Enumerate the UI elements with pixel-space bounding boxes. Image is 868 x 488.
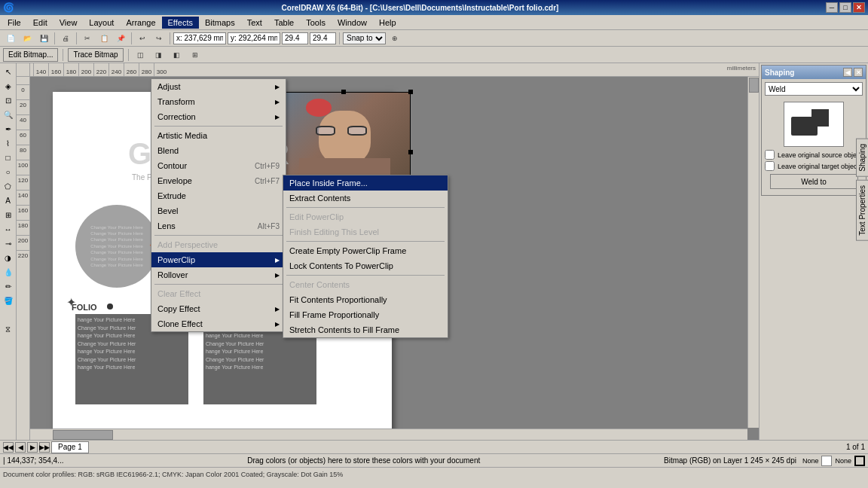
freehand-tool[interactable]: ✒ <box>2 122 15 136</box>
save-button[interactable]: 💾 <box>36 32 51 45</box>
eyedrop-tool[interactable]: 💧 <box>2 265 15 279</box>
submenu-stretch-fill[interactable]: Stretch Contents to Fill Frame <box>283 322 448 337</box>
print-button[interactable]: 🖨 <box>58 32 73 45</box>
page-prev-button[interactable]: ◀ <box>15 442 26 453</box>
connect-tool[interactable]: ⊸ <box>2 236 15 250</box>
snap-dropdown[interactable]: Snap to <box>343 32 386 44</box>
menu-item-adjust[interactable]: Adjust ▶ <box>151 79 286 94</box>
menu-help[interactable]: Help <box>373 17 402 29</box>
open-button[interactable]: 📂 <box>20 32 35 45</box>
ellipse-tool[interactable]: ○ <box>2 165 15 178</box>
menu-table[interactable]: Table <box>268 17 300 29</box>
copy-button[interactable]: 📋 <box>96 32 112 45</box>
shaping-dropdown[interactable]: Weld <box>765 82 863 96</box>
submenu-fit-proportionally[interactable]: Fit Contents Proportionally <box>283 292 448 307</box>
submenu-lock-contents[interactable]: Lock Contents To PowerClip <box>283 258 448 273</box>
undo-button[interactable]: ↩ <box>135 32 150 45</box>
menu-item-blend[interactable]: Blend <box>151 143 286 158</box>
minimize-button[interactable]: ─ <box>826 2 838 13</box>
menu-edit[interactable]: Edit <box>27 17 53 29</box>
menu-file[interactable]: File <box>2 17 27 29</box>
page-next-button[interactable]: ▶ <box>27 442 38 453</box>
new-button[interactable]: 📄 <box>3 32 18 45</box>
menu-item-transform[interactable]: Transform ▶ <box>151 94 286 109</box>
menu-item-bevel[interactable]: Bevel <box>151 203 286 218</box>
transform-label: Transform <box>157 97 195 106</box>
menu-effects[interactable]: Effects <box>162 17 199 29</box>
zoom-tool[interactable]: 🔍 <box>2 108 15 121</box>
menu-item-clear-effect[interactable]: Clear Effect <box>151 286 286 301</box>
snap-icon[interactable]: ⊕ <box>387 32 402 45</box>
blend-tool[interactable]: ◑ <box>2 251 15 264</box>
outline-tool[interactable]: ✏ <box>2 279 15 293</box>
dim-tool[interactable]: ↔ <box>2 222 15 236</box>
menu-item-perspective[interactable]: Add Perspective <box>151 237 286 252</box>
menu-item-contour[interactable]: Contour Ctrl+F9 <box>151 158 286 173</box>
table-tool[interactable]: ⊞ <box>2 208 15 221</box>
submenu-fill-frame[interactable]: Fill Frame Proportionally <box>283 307 448 322</box>
menu-item-envelope[interactable]: Envelope Ctrl+F7 <box>151 173 286 188</box>
trace-bitmap-button[interactable]: Trace Bitmap <box>68 48 123 62</box>
coord-x[interactable] <box>173 32 226 44</box>
bmp-icon3[interactable]: ◧ <box>170 48 185 62</box>
panel-pin-button[interactable]: ◀ <box>843 68 852 77</box>
cut-button[interactable]: ✂ <box>80 32 95 45</box>
page-first-button[interactable]: ◀◀ <box>3 442 14 453</box>
coord-w[interactable] <box>282 32 308 44</box>
bmp-icon1[interactable]: ◫ <box>133 48 148 62</box>
menu-item-lens[interactable]: Lens Alt+F3 <box>151 218 286 233</box>
transform-arrow: ▶ <box>275 99 280 105</box>
menu-bitmaps[interactable]: Bitmaps <box>199 17 241 29</box>
menu-text[interactable]: Text <box>241 17 268 29</box>
select-tool[interactable]: ↖ <box>2 65 15 78</box>
coord-y[interactable] <box>228 32 280 44</box>
menu-tools[interactable]: Tools <box>300 17 332 29</box>
maximize-button[interactable]: □ <box>839 2 851 13</box>
scroll-thumb-h[interactable] <box>53 430 113 440</box>
paste-button[interactable]: 📌 <box>113 32 128 45</box>
menu-item-rollover[interactable]: Rollover ▶ <box>151 267 286 282</box>
menu-item-powerclip[interactable]: PowerClip ▶ <box>151 252 286 267</box>
scrollbar-h[interactable] <box>30 429 747 440</box>
bmp-icon2[interactable]: ◨ <box>151 48 167 62</box>
weld-to-button[interactable]: Weld to <box>770 174 858 189</box>
menu-item-correction[interactable]: Correction ▶ <box>151 109 286 124</box>
crop-tool[interactable]: ⊡ <box>2 93 15 107</box>
shaping-tab[interactable]: Shaping <box>856 139 868 177</box>
fill-tool[interactable]: 🪣 <box>2 294 15 307</box>
node-tool[interactable]: ◈ <box>2 79 15 93</box>
menu-layout[interactable]: Layout <box>83 17 120 29</box>
menu-item-extrude[interactable]: Extrude <box>151 188 286 203</box>
submenu-finish-editing[interactable]: Finish Editing This Level <box>283 224 448 239</box>
page-last-button[interactable]: ▶▶ <box>39 442 50 453</box>
menu-item-copy-effect[interactable]: Copy Effect ▶ <box>151 301 286 316</box>
menu-item-artistic[interactable]: Artistic Media <box>151 128 286 143</box>
menu-arrange[interactable]: Arrange <box>120 17 161 29</box>
smart-tool[interactable]: ⌇ <box>2 136 15 150</box>
submenu-extract[interactable]: Extract Contents <box>283 191 448 206</box>
polygon-tool[interactable]: ⬠ <box>2 179 15 193</box>
close-button[interactable]: ✕ <box>853 2 865 13</box>
submenu-place-inside[interactable]: Place Inside Frame... <box>283 175 448 191</box>
panel-content: Weld Leave original source object Leave … <box>762 79 866 195</box>
coord-h[interactable] <box>310 32 336 44</box>
submenu-edit-powerclip[interactable]: Edit PowerClip <box>283 209 448 224</box>
menu-window[interactable]: Window <box>332 17 373 29</box>
page-tab-1[interactable]: Page 1 <box>51 441 89 453</box>
menu-item-clone-effect[interactable]: Clone Effect ▶ <box>151 316 286 331</box>
submenu-create-empty[interactable]: Create Empty PowerClip Frame <box>283 243 448 258</box>
text-tool[interactable]: A <box>2 194 15 207</box>
menu-view[interactable]: View <box>53 17 84 29</box>
bmp-icon4[interactable]: ⊞ <box>188 48 203 62</box>
leave-source-checkbox[interactable] <box>765 150 775 160</box>
interact-tool[interactable]: ⧖ <box>2 323 15 337</box>
submenu-center-contents[interactable]: Center Contents <box>283 277 448 292</box>
redo-button[interactable]: ↪ <box>151 32 167 45</box>
leave-target-checkbox[interactable] <box>765 161 775 171</box>
scrollbar-v[interactable] <box>747 77 759 428</box>
panel-close-button[interactable]: ✕ <box>854 68 863 77</box>
scroll-thumb-v[interactable] <box>749 78 759 93</box>
rect-tool[interactable]: □ <box>2 151 15 164</box>
text-properties-tab[interactable]: Text Properties <box>856 180 868 241</box>
edit-bitmap-button[interactable]: Edit Bitmap... <box>3 48 58 62</box>
